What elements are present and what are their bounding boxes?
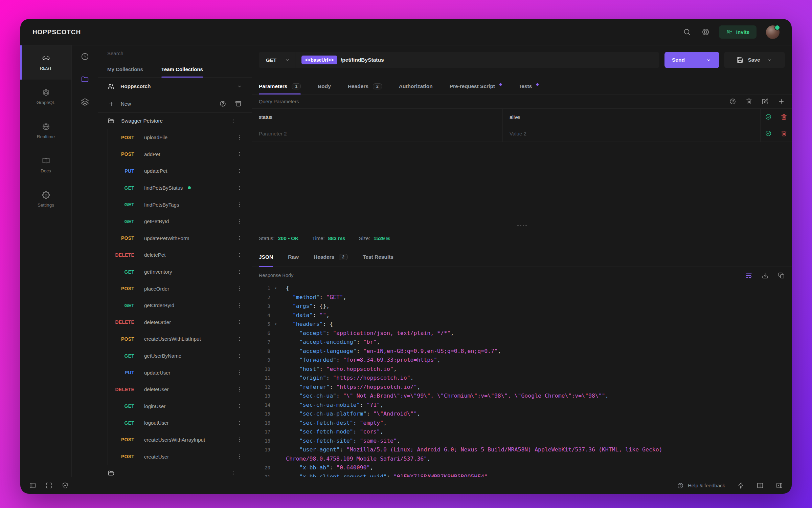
kebab-icon[interactable] [236, 437, 243, 443]
kebab-icon[interactable] [236, 285, 243, 292]
param-key-input[interactable]: status [252, 109, 503, 125]
request-row-deleteuser[interactable]: DELETEdeleteUser [108, 381, 252, 398]
tab-body[interactable]: Body [318, 79, 331, 94]
param-value-input[interactable]: Value 2 [503, 125, 761, 142]
archive-icon[interactable] [235, 100, 242, 107]
avatar[interactable] [766, 25, 780, 39]
edit-icon[interactable] [762, 98, 769, 105]
fold-arrow-icon[interactable]: ▾ [270, 284, 286, 293]
kebab-icon[interactable] [236, 202, 243, 208]
request-row-deleteorder[interactable]: DELETEdeleteOrder [108, 314, 252, 331]
help-feedback-button[interactable]: Help & feedback [677, 482, 725, 489]
collection-folder-partial[interactable] [98, 465, 252, 477]
kebab-icon[interactable] [236, 218, 243, 225]
tab-headers[interactable]: Headers2 [314, 247, 348, 267]
request-row-logoutuser[interactable]: GETlogoutUser [108, 415, 252, 431]
kebab-icon[interactable] [236, 336, 243, 342]
panel-right-collapse-icon[interactable] [776, 482, 783, 489]
search-input[interactable] [107, 50, 243, 56]
request-row-getorderbyid[interactable]: GETgetOrderById [108, 297, 252, 314]
kebab-icon[interactable] [236, 235, 243, 241]
request-row-createuserswithlistinput[interactable]: POSTcreateUsersWithListInput [108, 331, 252, 347]
invite-button[interactable]: Invite [719, 25, 757, 39]
shield-check-icon[interactable] [62, 482, 69, 489]
request-row-getuserbyname[interactable]: GETgetUserByName [108, 347, 252, 364]
tab-headers[interactable]: Headers2 [348, 79, 382, 94]
copy-icon[interactable] [778, 272, 785, 279]
request-row-placeorder[interactable]: POSTplaceOrder [108, 280, 252, 297]
request-row-getinventory[interactable]: GETgetInventory [108, 263, 252, 280]
request-row-addpet[interactable]: POSTaddPet [108, 146, 252, 163]
request-row-updatepetwithform[interactable]: POSTupdatePetWithForm [108, 230, 252, 247]
kebab-icon[interactable] [236, 151, 243, 157]
nav-item-graphql[interactable]: GraphQL [20, 80, 71, 114]
chevron-down-icon[interactable] [767, 57, 772, 63]
nav-item-docs[interactable]: Docs [20, 148, 71, 182]
request-row-findpetsbytags[interactable]: GETfindPetsByTags [108, 196, 252, 213]
tab-authorization[interactable]: Authorization [399, 79, 433, 94]
collection-folder[interactable]: Swagger Petstore [98, 113, 252, 129]
check-circle-icon[interactable] [765, 130, 772, 137]
tab-parameters[interactable]: Parameters1 [259, 79, 301, 94]
chevron-down-icon[interactable] [705, 57, 712, 63]
request-row-getpetbyid[interactable]: GETgetPetById [108, 213, 252, 230]
zap-icon[interactable] [737, 482, 744, 489]
kebab-icon[interactable] [236, 319, 243, 325]
rail-item-collections[interactable] [81, 75, 89, 85]
kebab-menu-icon[interactable] [230, 470, 236, 476]
request-row-createuser[interactable]: POSTcreateUser [108, 448, 252, 465]
kebab-icon[interactable] [236, 134, 243, 141]
team-selector[interactable]: Hoppscotch [98, 78, 252, 95]
fold-arrow-icon[interactable]: ▾ [270, 320, 286, 329]
rail-item-history[interactable] [81, 52, 89, 62]
kebab-icon[interactable] [236, 185, 243, 191]
request-row-findpetsbystatus[interactable]: GETfindPetsByStatus [108, 179, 252, 196]
kebab-icon[interactable] [236, 386, 243, 393]
lifebuoy-icon[interactable] [702, 28, 709, 36]
kebab-icon[interactable] [236, 269, 243, 275]
tab-team-collections[interactable]: Team Collections [152, 61, 212, 77]
request-row-uploadfile[interactable]: POSTuploadFile [108, 129, 252, 146]
nav-item-realtime[interactable]: Realtime [20, 114, 71, 148]
kebab-icon[interactable] [236, 403, 243, 409]
pane-resize-handle[interactable] [517, 225, 527, 226]
check-circle-icon[interactable] [765, 113, 772, 120]
request-row-createuserswitharrayinput[interactable]: POSTcreateUsersWithArrayInput [108, 431, 252, 448]
new-collection-button[interactable]: New [108, 101, 131, 107]
search-icon[interactable] [683, 28, 691, 36]
columns-icon[interactable] [757, 482, 764, 489]
param-value-input[interactable]: alive [503, 109, 761, 125]
trash-icon[interactable] [781, 113, 787, 120]
download-icon[interactable] [762, 272, 769, 279]
kebab-icon[interactable] [236, 302, 243, 309]
kebab-icon[interactable] [236, 369, 243, 376]
param-key-input[interactable]: Parameter 2 [252, 125, 503, 142]
help-icon[interactable] [729, 98, 736, 105]
kebab-icon[interactable] [236, 252, 243, 258]
request-row-deletepet[interactable]: DELETEdeletePet [108, 247, 252, 263]
plus-icon[interactable] [778, 98, 785, 105]
tab-test-results[interactable]: Test Results [363, 247, 393, 267]
kebab-icon[interactable] [236, 353, 243, 359]
save-button[interactable]: Save [724, 52, 785, 68]
expand-icon[interactable] [45, 482, 52, 489]
kebab-menu-icon[interactable] [230, 118, 236, 124]
help-icon[interactable] [219, 100, 226, 107]
wrap-text-icon[interactable] [745, 272, 752, 279]
tab-raw[interactable]: Raw [288, 247, 299, 267]
kebab-icon[interactable] [236, 168, 243, 174]
trash-icon[interactable] [745, 98, 752, 105]
trash-icon[interactable] [781, 130, 787, 137]
url-input[interactable]: <<baseUrl>> /pet/findByStatus [295, 52, 659, 68]
nav-item-rest[interactable]: REST [20, 45, 71, 80]
method-select[interactable]: GET [259, 52, 295, 68]
request-row-updatepet[interactable]: PUTupdatePet [108, 163, 252, 179]
send-button[interactable]: Send [664, 52, 719, 68]
request-row-updateuser[interactable]: PUTupdateUser [108, 364, 252, 381]
tab-json[interactable]: JSON [259, 247, 273, 267]
request-row-loginuser[interactable]: GETloginUser [108, 398, 252, 415]
kebab-icon[interactable] [236, 420, 243, 426]
tab-my-collections[interactable]: My Collections [98, 61, 152, 77]
nav-item-settings[interactable]: Settings [20, 182, 71, 216]
tab-tests[interactable]: Tests [519, 79, 539, 94]
